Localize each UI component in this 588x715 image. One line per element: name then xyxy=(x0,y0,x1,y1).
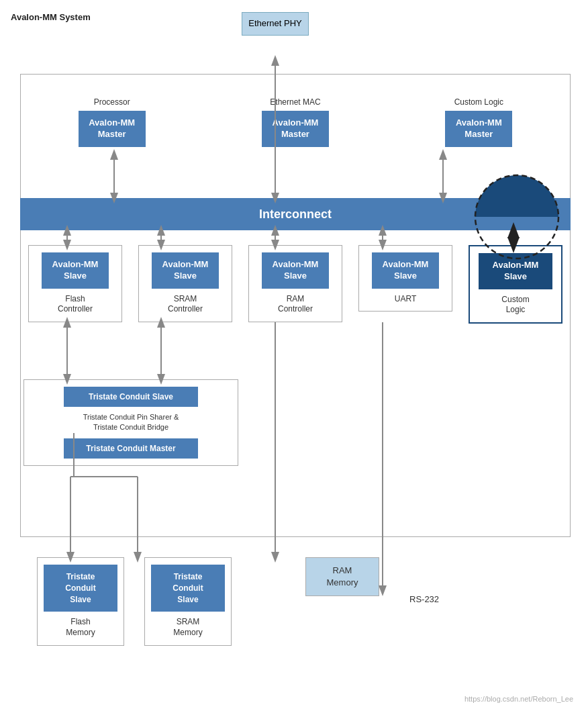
tristate-conduit-desc: Tristate Conduit Pin Sharer &Tristate Co… xyxy=(31,412,231,433)
slave-sram-controller: Avalon-MMSlave SRAMController xyxy=(138,245,232,322)
slave-ram-controller-label: RAMController xyxy=(278,294,313,315)
tristate-conduit-master-btn: Tristate Conduit Master xyxy=(64,438,198,459)
ethernet-phy-block: Ethernet PHY xyxy=(242,12,309,36)
slave-flash-controller-label: FlashController xyxy=(58,294,93,315)
slave-uart-box: Avalon-MMSlave xyxy=(372,252,439,289)
tristate-slave-sram-box: TristateConduitSlave xyxy=(151,565,225,612)
interconnect-label: Interconnect xyxy=(259,207,332,222)
tristate-slave-flash-box: TristateConduitSlave xyxy=(44,565,117,612)
tristate-conduit-slave-btn: Tristate Conduit Slave xyxy=(64,387,198,407)
ram-memory-block: RAMMemory xyxy=(305,557,379,596)
tristate-slave-flash: TristateConduitSlave FlashMemory xyxy=(37,557,124,646)
master-row: Processor Avalon-MMMaster Ethernet MAC A… xyxy=(20,97,571,147)
slave-ram-controller: Avalon-MMSlave RAMController xyxy=(248,245,342,322)
watermark: https://blog.csdn.net/Reborn_Lee xyxy=(464,695,573,703)
custom-logic-circle xyxy=(473,173,560,260)
slave-uart: Avalon-MMSlave UART xyxy=(358,245,452,312)
master-ethernet-mac-label: Ethernet MAC xyxy=(270,97,320,107)
slave-ram-controller-box: Avalon-MMSlave xyxy=(262,252,329,289)
slave-uart-label: UART xyxy=(395,294,416,305)
slave-flash-controller-box: Avalon-MMSlave xyxy=(42,252,109,289)
slave-custom-logic-label: CustomLogic xyxy=(501,295,529,316)
slave-flash-controller: Avalon-MMSlave FlashController xyxy=(28,245,122,322)
master-ethernet-mac: Ethernet MAC Avalon-MMMaster xyxy=(242,97,349,147)
ram-memory-label: RAMMemory xyxy=(327,565,358,589)
rs232-label: RS-232 xyxy=(409,594,439,604)
slave-sram-controller-box: Avalon-MMSlave xyxy=(152,252,219,289)
system-title: Avalon-MM System xyxy=(11,12,91,22)
tristate-slave-sram: TristateConduitSlave SRAMMemory xyxy=(144,557,232,646)
slave-sram-controller-label: SRAMController xyxy=(168,294,203,315)
ethernet-phy-label: Ethernet PHY xyxy=(248,18,302,28)
tristate-slave-sram-label: SRAMMemory xyxy=(173,617,202,638)
master-custom-logic-label: Custom Logic xyxy=(454,97,503,107)
master-processor-label: Processor xyxy=(94,97,130,107)
master-processor: Processor Avalon-MMMaster xyxy=(58,97,166,147)
bottom-row: TristateConduitSlave FlashMemory Tristat… xyxy=(37,557,379,646)
tristate-slave-flash-label: FlashMemory xyxy=(66,617,95,638)
tristate-conduit-box: Tristate Conduit Slave Tristate Conduit … xyxy=(23,379,238,466)
master-custom-logic-box: Avalon-MMMaster xyxy=(445,111,512,147)
diagram-container: Ethernet PHY Avalon-MM System Processor … xyxy=(7,7,581,708)
master-ethernet-mac-box: Avalon-MMMaster xyxy=(262,111,329,147)
master-custom-logic: Custom Logic Avalon-MMMaster xyxy=(425,97,532,147)
master-processor-box: Avalon-MMMaster xyxy=(79,111,146,147)
